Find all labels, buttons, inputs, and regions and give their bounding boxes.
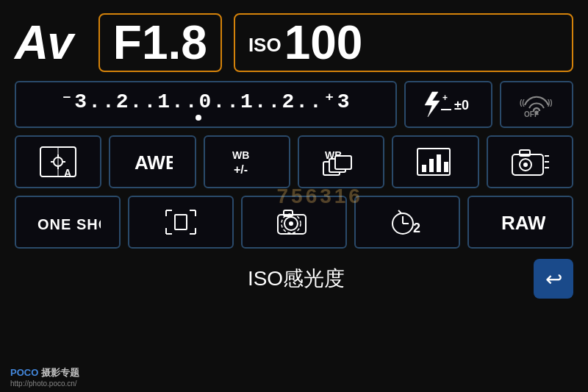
wb-adjust-icon: WB +/- [226,144,268,179]
svg-text:((: (( [520,99,525,107]
svg-point-31 [523,163,528,167]
poco-brand: POCO 摄影专题 http://photo.poco.cn/ [10,366,79,388]
svg-text:RAW: RAW [501,212,545,234]
bottom-icons-row: ONE SHOT [15,196,573,249]
focus-point-icon [163,207,198,237]
top-row: Av F1.8 ISO 100 [15,13,573,72]
svg-text:±0: ±0 [454,98,469,113]
awb-box[interactable]: AWB [109,135,196,188]
svg-rect-24 [422,165,426,172]
live-view-box[interactable] [241,196,347,249]
svg-text:2: 2 [413,221,420,235]
exposure-scale-box[interactable]: ⁻3..2..1..0..1..2..⁺3 [15,81,397,128]
svg-text:WB: WB [232,149,249,161]
one-shot-label: ONE SHOT [35,207,101,237]
back-icon: ↩ [545,267,562,291]
metering-icon: A [37,144,79,179]
aperture-box[interactable]: F1.8 [98,13,222,72]
awb-icon: AWB [132,144,173,179]
self-timer-box[interactable]: 2 [354,196,460,249]
iso-footer-label: ISO感光度 [59,265,534,293]
flash-box[interactable]: + ±0 [404,81,492,128]
svg-text:)): )) [548,99,553,107]
iso-value: 100 [284,19,363,66]
svg-line-53 [398,210,401,213]
one-shot-box[interactable]: ONE SHOT [15,196,121,249]
exposure-indicator [196,115,201,121]
raw-box[interactable]: RAW [467,196,573,249]
svg-text:A: A [64,167,71,179]
svg-text:OFF: OFF [524,110,539,118]
svg-rect-27 [444,162,448,172]
svg-rect-22 [335,156,351,169]
svg-rect-26 [437,154,441,172]
aperture-value: F1.8 [113,19,207,66]
wb-adjust-box[interactable]: WB +/- [204,135,290,188]
camera-settings-box[interactable] [487,135,573,188]
camera-screen: Av F1.8 ISO 100 ⁻3..2..1..0..1..2..⁺3 + [0,0,588,392]
svg-text:AWB: AWB [135,152,173,174]
picture-style-box[interactable] [392,135,478,188]
metering-box[interactable]: A [15,135,101,188]
back-button[interactable]: ↩ [534,259,573,299]
wb-bracket-box[interactable]: WB [298,135,384,188]
self-timer-icon: 2 [387,207,428,237]
svg-text:+: + [442,93,448,103]
wifi-content: (( )) OFF [511,90,562,118]
exposure-scale: ⁻3..2..1..0..1..2..⁺3 [61,88,351,113]
wb-bracket-icon: WB [320,144,362,179]
mode-label: Av [15,19,72,66]
raw-label: RAW [495,207,545,237]
poco-url: http://photo.poco.cn/ [10,379,79,388]
exposure-row: ⁻3..2..1..0..1..2..⁺3 + ±0 [15,81,573,128]
settings-row: A AWB WB +/- WB [15,135,573,188]
svg-rect-25 [429,159,434,172]
iso-label: ISO [248,34,282,57]
camera-settings-icon [509,144,551,179]
svg-rect-36 [175,215,187,229]
iso-box[interactable]: ISO 100 [234,13,573,72]
wifi-box[interactable]: (( )) OFF [500,81,573,128]
poco-subtitle: 摄影专题 [41,367,79,378]
focus-point-box[interactable] [128,196,234,249]
svg-point-48 [289,221,293,226]
svg-text:ONE SHOT: ONE SHOT [37,216,101,232]
picture-style-icon [415,144,456,179]
svg-marker-0 [425,92,440,117]
live-view-icon [275,207,313,237]
poco-title: POCO 摄影专题 [10,366,79,379]
flash-content: + ±0 [419,90,478,118]
svg-text:+/-: +/- [234,163,248,176]
poco-text: POCO [10,367,38,378]
footer-row: ISO感光度 ↩ [15,259,573,299]
